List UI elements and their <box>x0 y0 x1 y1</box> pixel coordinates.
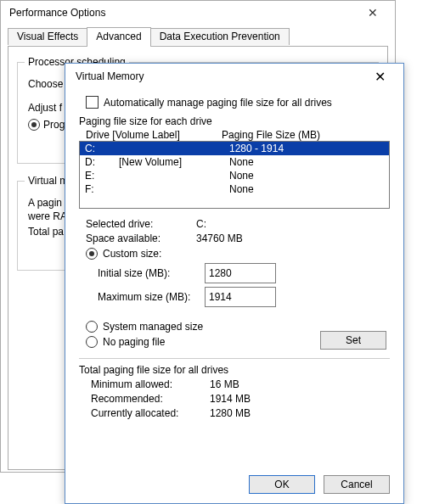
checkbox-icon <box>86 96 99 109</box>
min-allowed-value: 16 MB <box>210 378 239 390</box>
drive-letter: C: <box>80 143 119 154</box>
drive-label <box>119 143 229 154</box>
selected-drive-label: Selected drive: <box>79 218 196 230</box>
initial-size-label: Initial size (MB): <box>93 267 205 279</box>
perf-close-button[interactable]: ✕ <box>356 3 390 22</box>
space-label: Space available: <box>79 232 196 244</box>
radio-custom-size[interactable]: Custom size: <box>86 248 390 260</box>
drive-row-e[interactable]: E: None <box>80 169 389 182</box>
vm-titlebar: Virtual Memory ✕ <box>65 64 403 89</box>
close-icon: ✕ <box>375 69 386 85</box>
drive-size: None <box>229 183 357 195</box>
initial-size-input[interactable] <box>205 263 276 283</box>
header-size: Paging File Size (MB) <box>222 129 375 141</box>
radio-custom-label: Custom size: <box>103 248 161 260</box>
auto-manage-checkbox[interactable]: Automatically manage paging file size fo… <box>86 96 390 109</box>
drive-row-f[interactable]: F: None <box>80 182 389 196</box>
close-icon: ✕ <box>368 6 378 20</box>
drive-size: None <box>229 156 357 168</box>
drive-letter: E: <box>80 170 119 182</box>
drive-size: 1280 - 1914 <box>229 143 357 154</box>
totals-section: Minimum allowed: 16 MB Recommended: 1914… <box>79 378 390 419</box>
totals-label: Total paging file size for all drives <box>79 364 390 376</box>
each-drive-label: Paging file size for each drive <box>79 115 390 127</box>
virtual-memory-dialog: Virtual Memory ✕ Automatically manage pa… <box>65 63 404 504</box>
drive-label <box>119 183 229 195</box>
vm-body: Automatically manage paging file size fo… <box>65 89 403 466</box>
drive-label: [New Volume] <box>119 156 229 168</box>
max-size-input[interactable] <box>205 287 276 307</box>
drive-list[interactable]: C: 1280 - 1914 D: [New Volume] None E: N… <box>79 141 390 209</box>
recommended-label: Recommended: <box>79 393 210 405</box>
perf-title: Performance Options <box>9 7 105 19</box>
recommended-value: 1914 MB <box>210 393 251 405</box>
tab-advanced[interactable]: Advanced <box>87 27 150 47</box>
radio-programs-label: Prog <box>43 119 65 131</box>
tab-visual-effects[interactable]: Visual Effects <box>8 28 87 45</box>
space-available-row: Space available: 34760 MB <box>79 232 390 244</box>
min-allowed-label: Minimum allowed: <box>79 378 210 390</box>
vm-title: Virtual Memory <box>76 70 144 82</box>
currently-allocated-value: 1280 MB <box>210 407 251 419</box>
radio-icon <box>28 119 40 131</box>
drive-label <box>119 170 229 182</box>
max-size-label: Maximum size (MB): <box>93 291 205 303</box>
radio-icon <box>86 321 98 333</box>
divider <box>79 358 390 359</box>
selected-drive-value: C: <box>196 218 206 230</box>
auto-manage-label: Automatically manage paging file size fo… <box>104 97 332 109</box>
radio-icon <box>86 248 98 260</box>
perf-titlebar: Performance Options ✕ <box>1 1 395 25</box>
custom-size-inputs: Initial size (MB): Maximum size (MB): <box>93 263 390 307</box>
perf-tabstrip: Visual Effects Advanced Data Execution P… <box>1 26 395 46</box>
drive-letter: F: <box>80 183 119 195</box>
tab-dep[interactable]: Data Execution Prevention <box>150 28 290 45</box>
drive-row-c[interactable]: C: 1280 - 1914 <box>80 142 389 155</box>
currently-allocated-label: Currently allocated: <box>79 407 210 419</box>
drive-list-header: Drive [Volume Label] Paging File Size (M… <box>79 129 390 141</box>
drive-row-d[interactable]: D: [New Volume] None <box>80 155 389 169</box>
selected-drive-row: Selected drive: C: <box>79 218 390 230</box>
drive-size: None <box>229 170 357 182</box>
header-drive: Drive [Volume Label] <box>81 129 222 141</box>
vm-close-button[interactable]: ✕ <box>361 66 398 87</box>
ok-button[interactable]: OK <box>249 475 315 494</box>
radio-system-label: System managed size <box>103 321 203 333</box>
space-value: 34760 MB <box>196 232 243 244</box>
cancel-button[interactable]: Cancel <box>324 475 390 494</box>
radio-icon <box>86 336 98 348</box>
radio-none-label: No paging file <box>103 336 165 348</box>
drive-letter: D: <box>80 156 119 168</box>
vm-footer: OK Cancel <box>65 466 403 503</box>
set-button[interactable]: Set <box>320 331 386 350</box>
